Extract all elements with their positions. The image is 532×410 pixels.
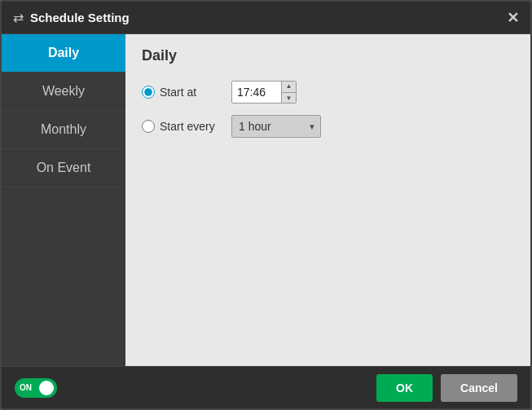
close-icon[interactable]: ✕ xyxy=(507,9,519,27)
schedule-setting-dialog: ⇄ Schedule Setting ✕ Daily Weekly Monthl… xyxy=(0,0,532,410)
cancel-button[interactable]: Cancel xyxy=(441,374,517,402)
panel-title: Daily xyxy=(142,47,514,64)
toggle-wrapper: ON xyxy=(15,378,57,398)
start-every-radio-label[interactable]: Start every xyxy=(142,120,223,133)
interval-dropdown-wrapper: 1 hour 2 hours 4 hours 6 hours 12 hours … xyxy=(231,115,321,138)
title-bar-left: ⇄ Schedule Setting xyxy=(13,10,130,25)
footer-buttons: OK Cancel xyxy=(376,374,517,402)
main-panel: Daily Start at ▲ ▼ xyxy=(125,34,530,366)
footer: ON OK Cancel xyxy=(2,366,530,408)
back-icon: ⇄ xyxy=(13,10,24,25)
start-at-row: Start at ▲ ▼ xyxy=(142,81,514,104)
start-every-radio[interactable] xyxy=(142,120,155,133)
sidebar-item-on-event[interactable]: On Event xyxy=(2,149,125,187)
on-off-toggle[interactable]: ON xyxy=(15,378,57,398)
spin-buttons: ▲ ▼ xyxy=(281,81,296,104)
title-bar: ⇄ Schedule Setting ✕ xyxy=(2,2,530,34)
sidebar-item-weekly[interactable]: Weekly xyxy=(2,73,125,111)
start-at-radio[interactable] xyxy=(142,86,155,99)
start-at-radio-label[interactable]: Start at xyxy=(142,86,223,99)
sidebar-item-daily[interactable]: Daily xyxy=(2,34,125,73)
dialog-content: Daily Weekly Monthly On Event Daily Star… xyxy=(2,34,530,366)
time-input-wrapper: ▲ ▼ xyxy=(231,81,297,104)
spin-down-button[interactable]: ▼ xyxy=(282,93,296,104)
time-input[interactable] xyxy=(232,82,281,103)
dialog-title: Schedule Setting xyxy=(30,11,130,24)
interval-select[interactable]: 1 hour 2 hours 4 hours 6 hours 12 hours xyxy=(231,115,321,138)
ok-button[interactable]: OK xyxy=(376,374,433,402)
sidebar-item-monthly[interactable]: Monthly xyxy=(2,111,125,149)
toggle-label: ON xyxy=(20,383,32,392)
sidebar: Daily Weekly Monthly On Event xyxy=(2,34,125,366)
spin-up-button[interactable]: ▲ xyxy=(282,81,296,93)
start-every-row: Start every 1 hour 2 hours 4 hours 6 hou… xyxy=(142,115,514,138)
toggle-knob xyxy=(39,381,54,395)
